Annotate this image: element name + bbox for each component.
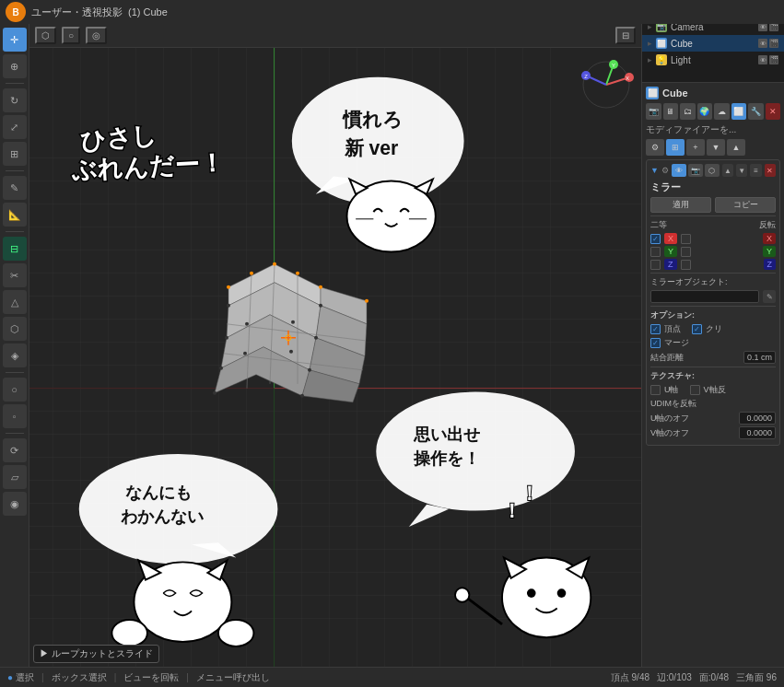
add-modifier-1[interactable]: ⚙	[646, 139, 664, 156]
x-axis-button[interactable]: X	[664, 233, 677, 244]
mirror-menu-btn[interactable]: ≡	[750, 164, 761, 177]
merge-checkbox[interactable]: ✓	[650, 338, 661, 348]
viewport-mode-btn[interactable]: ⊟	[615, 27, 636, 44]
z-axis-button[interactable]: Z	[664, 259, 677, 270]
vertex-slide-tool[interactable]: ◦	[3, 404, 27, 428]
modifier-name: ミラー	[650, 180, 776, 194]
merge-dist-value[interactable]: 0.1 cm	[743, 351, 776, 364]
copy-button[interactable]: コピー	[715, 197, 776, 213]
object-label: (1) Cube	[128, 6, 168, 17]
render-tab[interactable]: 📷	[646, 103, 661, 120]
status-menu: メニュー呼び出し	[196, 671, 270, 684]
delete-btn[interactable]: ✕	[766, 103, 781, 120]
world-tab[interactable]: ☁	[714, 103, 730, 120]
outliner-item-cube[interactable]: ▸ ⬜ Cube 👁🎬	[642, 35, 784, 52]
scene-tab[interactable]: 🌍	[697, 103, 713, 120]
properties-object-name: Cube	[662, 87, 688, 99]
z-reverse-button[interactable]: Z	[764, 259, 777, 270]
toolbar-separator-4	[6, 372, 24, 373]
viewport[interactable]: ⬡ ○ ◎ ⊟ X Y Z	[29, 24, 641, 667]
x-reverse-button[interactable]: X	[763, 233, 776, 244]
annotate-tool[interactable]: ✎	[3, 176, 27, 200]
divider-3	[650, 306, 776, 307]
svg-point-32	[308, 368, 311, 372]
nav-gizmo[interactable]: X Y Z	[579, 57, 634, 112]
cursor-tool[interactable]: ✛	[3, 28, 27, 52]
output-tab[interactable]: 🖥	[663, 103, 679, 120]
viewport-right-btns: ⊟	[615, 27, 636, 44]
spin-tool[interactable]: ⟳	[3, 438, 27, 462]
x-axis-checkbox[interactable]: ✓	[650, 234, 661, 244]
to-sphere-tool[interactable]: ◉	[3, 492, 27, 516]
mirror-render-icon[interactable]: 📷	[688, 164, 703, 177]
vertex-checkbox[interactable]: ✓	[650, 324, 661, 334]
mesh-object	[146, 232, 404, 435]
u-checkbox[interactable]	[650, 385, 661, 395]
u-offset-value[interactable]: 0.0000	[739, 412, 776, 425]
extrude-tool[interactable]: △	[3, 290, 27, 314]
mirror-up-btn[interactable]: ▲	[722, 164, 733, 177]
status-edge-label: 辺:0/103	[657, 671, 692, 684]
viewport-shading-btn[interactable]: ⬡	[35, 27, 56, 44]
svg-point-37	[245, 322, 249, 326]
viewport-xray-btn[interactable]: ◎	[86, 27, 107, 44]
scale-tool[interactable]: ⤢	[3, 115, 27, 139]
mirror-object-input[interactable]	[650, 290, 759, 303]
v-label: V軸反	[704, 384, 726, 396]
status-vertex: 頂点 9/48	[611, 671, 649, 684]
status-view-rotate: ビューを回転	[123, 671, 179, 684]
view-layer-tab[interactable]: 🗂	[680, 103, 696, 120]
add-modifier-5[interactable]: ▲	[727, 139, 745, 156]
bevel-tool[interactable]: ◈	[3, 344, 27, 367]
mirror-realtime-icon[interactable]: ⬡	[705, 164, 720, 177]
v-offset-value[interactable]: 0.0000	[739, 426, 776, 439]
rotate-tool[interactable]: ↻	[3, 88, 27, 112]
mirror-modifier[interactable]: ⊞	[666, 139, 685, 156]
add-modifier-3[interactable]: +	[686, 139, 705, 156]
mirror-down-btn[interactable]: ▼	[736, 164, 747, 177]
texture-label-row: テクスチャ:	[650, 370, 776, 382]
svg-point-33	[213, 391, 216, 395]
properties-header: ⬜ Cube	[646, 87, 780, 99]
properties-panel: ⬜ Cube 📷 🖥 🗂 🌍 ☁ ⬜ 🔧 ✕ モディファイアーを... ⚙ ⊞ …	[642, 83, 784, 449]
clip-label: クリ	[706, 323, 722, 335]
mirror-close-btn[interactable]: ✕	[765, 164, 776, 177]
object-tab[interactable]: ⬜	[731, 103, 747, 120]
clip-checkbox[interactable]: ✓	[692, 324, 702, 334]
y-reverse-button[interactable]: Y	[763, 246, 776, 257]
add-modifier-4[interactable]: ▼	[707, 139, 725, 156]
transform-tool[interactable]: ⊞	[3, 142, 27, 166]
mirror-object-row: ミラーオブジェクト:	[650, 276, 776, 288]
mirror-camera-icon[interactable]: 👁	[672, 164, 686, 177]
viewport-overlay-btn[interactable]: ○	[62, 27, 80, 44]
status-vertex-label: 頂点 9/48	[611, 671, 649, 684]
toolbar-separator-5	[6, 433, 24, 434]
knife-tool[interactable]: ✂	[3, 263, 27, 287]
smooth-tool[interactable]: ○	[3, 378, 27, 402]
measure-tool[interactable]: 📐	[3, 203, 27, 227]
loop-cut-tool[interactable]: ⊟	[3, 237, 27, 261]
modifier-tab[interactable]: 🔧	[748, 103, 764, 120]
shear-tool[interactable]: ▱	[3, 465, 27, 489]
divider-4	[650, 367, 776, 367]
v-checkbox[interactable]	[690, 385, 700, 395]
inset-tool[interactable]: ⬡	[3, 317, 27, 341]
status-select-label: 選択	[16, 671, 34, 684]
x-reverse-checkbox[interactable]	[681, 234, 691, 244]
apply-button[interactable]: 適用	[650, 197, 711, 213]
light-label: Light	[671, 55, 691, 65]
z-axis-checkbox[interactable]	[650, 260, 661, 270]
y-reverse-checkbox[interactable]	[681, 247, 691, 257]
svg-point-29	[225, 336, 228, 340]
y-axis-button[interactable]: Y	[664, 246, 677, 257]
move-tool[interactable]: ⊕	[3, 54, 27, 78]
mirror-object-eyedropper[interactable]: ✎	[763, 290, 776, 303]
toolbar-separator-3	[6, 231, 24, 232]
z-reverse-checkbox[interactable]	[681, 260, 691, 270]
y-axis-checkbox[interactable]	[650, 247, 661, 257]
toolbar-separator-2	[6, 170, 24, 171]
statusbar: ● 選択 | ボックス選択 | ビューを回転 | メニュー呼び出し 頂点 9/4…	[0, 667, 784, 687]
outliner-item-light[interactable]: ▸ 💡 Light 👁🎬	[642, 52, 784, 68]
svg-point-23	[227, 285, 230, 289]
mirror-object-input-row: ✎	[650, 290, 776, 303]
